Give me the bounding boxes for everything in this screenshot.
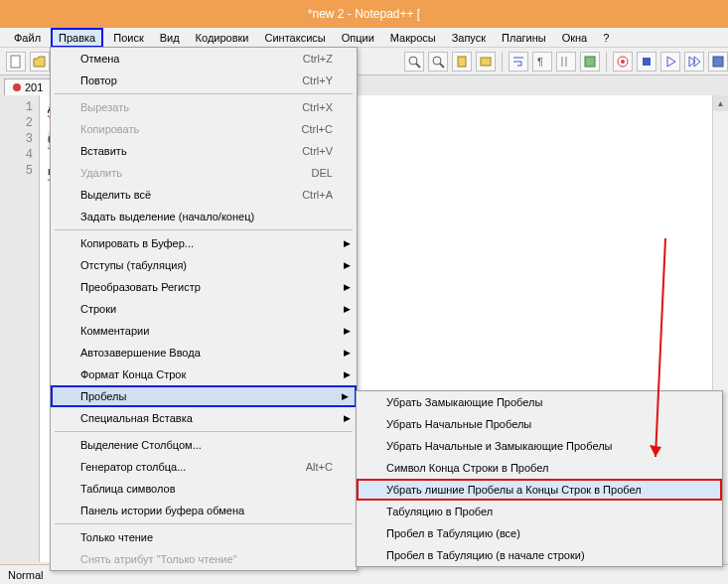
menu-item[interactable]: Задать выделение (начало/конец): [51, 206, 357, 227]
indent-guide-icon[interactable]: [556, 52, 576, 72]
menu-item[interactable]: Преобразовать Регистр▶: [51, 276, 357, 298]
menu-item[interactable]: Синтаксисы: [259, 30, 332, 46]
svg-point-5: [409, 57, 417, 65]
menu-separator: [55, 523, 353, 524]
menu-item-label: Повтор: [80, 74, 262, 86]
menu-item[interactable]: Выделить всёCtrl+A: [51, 184, 357, 206]
menu-item[interactable]: Комментарии▶: [51, 320, 357, 342]
menu-item-label: Отступы (табуляция): [80, 259, 333, 271]
menu-item: ВырезатьCtrl+X: [51, 96, 357, 118]
wordwrap-icon[interactable]: [509, 52, 528, 72]
menu-separator: [55, 93, 353, 94]
menu-item[interactable]: Формат Конца Строк▶: [51, 364, 357, 385]
menu-item[interactable]: Правка: [51, 28, 103, 48]
menu-item[interactable]: Специальная Вставка▶: [51, 407, 357, 429]
menu-item[interactable]: Копировать в Буфер...▶: [51, 232, 357, 254]
menu-item[interactable]: Отступы (табуляция)▶: [51, 254, 357, 276]
scroll-up-icon[interactable]: ▲: [713, 95, 728, 111]
svg-text:¶: ¶: [537, 56, 543, 68]
menu-item-label: Табуляцию в Пробел: [386, 506, 698, 517]
menu-item[interactable]: ОтменаCtrl+Z: [51, 48, 357, 70]
menu-item-label: Преобразовать Регистр: [80, 281, 333, 293]
sync-h-icon[interactable]: [476, 52, 496, 72]
menu-item[interactable]: Панель истории буфера обмена: [51, 500, 357, 521]
line-number: 1: [0, 99, 39, 115]
submenu-arrow-icon: ▶: [344, 348, 351, 358]
menu-shortcut: Ctrl+Y: [302, 74, 333, 86]
menu-item[interactable]: Плагины: [496, 30, 552, 46]
menu-item[interactable]: Автозавершение Ввода▶: [51, 342, 357, 364]
menu-shortcut: Ctrl+C: [302, 123, 333, 135]
toolbar-separator: [502, 52, 503, 72]
menu-item-label: Убрать Начальные Пробелы: [386, 418, 698, 430]
zoom-out-icon[interactable]: [428, 52, 448, 72]
menu-item[interactable]: Файл: [8, 30, 47, 46]
menu-item-label: Формат Конца Строк: [80, 368, 333, 380]
play-icon[interactable]: [660, 52, 680, 72]
svg-rect-0: [11, 56, 20, 68]
menu-item[interactable]: ПовторCtrl+Y: [51, 70, 357, 91]
menu-item[interactable]: Кодировки: [190, 30, 255, 46]
edit-menu-dropdown: ОтменаCtrl+ZПовторCtrl+YВырезатьCtrl+XКо…: [50, 47, 358, 571]
stop-icon[interactable]: [637, 52, 656, 72]
menu-item[interactable]: Убрать Начальные Пробелы: [357, 413, 722, 435]
svg-rect-14: [585, 57, 595, 67]
menu-item-label: Удалить: [80, 167, 272, 179]
open-file-icon[interactable]: [30, 52, 50, 72]
svg-rect-10: [481, 58, 491, 66]
menu-item[interactable]: Убрать Замыкающие Пробелы: [357, 391, 722, 413]
line-number: 4: [0, 147, 39, 163]
menu-item-label: Убрать лишние Пробелы а Концы Строк в Пр…: [386, 484, 698, 496]
menu-item[interactable]: Запуск: [446, 30, 492, 46]
menu-item[interactable]: Опции: [336, 30, 380, 46]
line-number: 2: [0, 115, 39, 131]
new-file-icon[interactable]: [6, 52, 26, 72]
menu-item-label: Копировать в Буфер...: [80, 237, 333, 249]
show-chars-icon[interactable]: ¶: [532, 52, 552, 72]
menu-item-label: Таблица символов: [80, 483, 333, 495]
menu-item[interactable]: Окна: [556, 30, 594, 46]
menu-shortcut: DEL: [312, 167, 333, 179]
menu-item[interactable]: ?: [597, 30, 615, 46]
tab-label: 201: [25, 81, 43, 93]
file-tab[interactable]: 201: [4, 78, 52, 95]
submenu-arrow-icon: ▶: [344, 369, 351, 379]
save-macro-icon[interactable]: [708, 52, 728, 72]
svg-line-8: [440, 64, 444, 68]
menu-item[interactable]: Строки▶: [51, 298, 357, 320]
menu-item[interactable]: Пробел в Табуляцию (в начале строки): [357, 544, 722, 566]
menu-shortcut: Alt+C: [306, 461, 333, 473]
menu-item[interactable]: Вид: [154, 30, 186, 46]
menu-separator: [55, 431, 353, 432]
menu-item[interactable]: Генератор столбца...Alt+C: [51, 456, 357, 478]
play-multi-icon[interactable]: [684, 52, 704, 72]
submenu-arrow-icon: ▶: [344, 326, 351, 336]
menu-item-label: Символ Конца Строки в Пробел: [386, 462, 698, 474]
menu-item[interactable]: Пробел в Табуляцию (все): [357, 522, 722, 544]
menu-item[interactable]: Таблица символов: [51, 478, 357, 500]
title-bar: *new 2 - Notepad++ [: [0, 0, 728, 28]
menu-item[interactable]: Только чтение: [51, 526, 357, 548]
menu-item-label: Автозавершение Ввода: [80, 347, 333, 359]
menu-item[interactable]: Убрать Начальные и Замыкающие Пробелы: [357, 435, 722, 457]
menu-item[interactable]: Поиск: [107, 30, 149, 46]
menu-item[interactable]: Табуляцию в Пробел: [357, 501, 722, 522]
menu-item[interactable]: Пробелы▶: [51, 385, 357, 407]
menu-item-label: Комментарии: [80, 325, 333, 337]
menu-item: УдалитьDEL: [51, 162, 357, 184]
zoom-in-icon[interactable]: [404, 52, 424, 72]
menu-item[interactable]: Макросы: [384, 30, 442, 46]
svg-rect-18: [713, 57, 723, 67]
svg-point-16: [621, 60, 625, 64]
menu-item[interactable]: Убрать лишние Пробелы а Концы Строк в Пр…: [357, 479, 722, 501]
menu-item-label: Снять атрибут "Только чтение": [80, 553, 333, 565]
sync-v-icon[interactable]: [452, 52, 472, 72]
menu-item[interactable]: Символ Конца Строки в Пробел: [357, 457, 722, 479]
menu-shortcut: Ctrl+X: [302, 101, 333, 113]
lang-icon[interactable]: [580, 52, 600, 72]
menu-item-label: Только чтение: [80, 531, 333, 543]
menu-item-label: Вырезать: [80, 101, 262, 113]
menu-item[interactable]: Выделение Столбцом...: [51, 434, 357, 456]
record-icon[interactable]: [613, 52, 633, 72]
menu-item[interactable]: ВставитьCtrl+V: [51, 140, 357, 162]
